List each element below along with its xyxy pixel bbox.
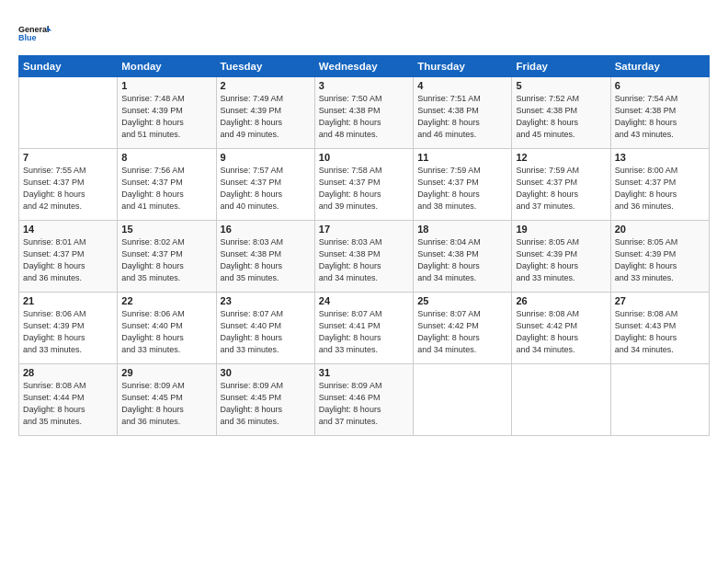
calendar-cell: 5Sunrise: 7:52 AMSunset: 4:38 PMDaylight… <box>512 77 610 149</box>
day-info: Sunrise: 7:51 AMSunset: 4:38 PMDaylight:… <box>417 93 507 141</box>
day-info: Sunrise: 8:07 AMSunset: 4:42 PMDaylight:… <box>417 308 507 356</box>
logo: General Blue <box>18 17 51 50</box>
day-info: Sunrise: 8:03 AMSunset: 4:38 PMDaylight:… <box>319 236 409 284</box>
day-info: Sunrise: 8:09 AMSunset: 4:46 PMDaylight:… <box>319 380 409 428</box>
day-info: Sunrise: 8:08 AMSunset: 4:42 PMDaylight:… <box>516 308 606 356</box>
day-number: 29 <box>121 367 211 378</box>
calendar-cell <box>512 364 610 436</box>
calendar-cell: 19Sunrise: 8:05 AMSunset: 4:39 PMDayligh… <box>512 221 610 293</box>
day-info: Sunrise: 8:05 AMSunset: 4:39 PMDaylight:… <box>615 236 705 284</box>
calendar-cell <box>19 77 118 149</box>
calendar-cell: 25Sunrise: 8:07 AMSunset: 4:42 PMDayligh… <box>414 293 512 364</box>
day-info: Sunrise: 8:05 AMSunset: 4:39 PMDaylight:… <box>516 236 606 284</box>
day-number: 21 <box>23 295 113 306</box>
calendar-cell: 4Sunrise: 7:51 AMSunset: 4:38 PMDaylight… <box>414 77 512 149</box>
calendar-cell: 21Sunrise: 8:06 AMSunset: 4:39 PMDayligh… <box>19 293 118 364</box>
day-info: Sunrise: 8:07 AMSunset: 4:40 PMDaylight:… <box>221 308 311 356</box>
day-number: 12 <box>516 152 606 163</box>
day-number: 13 <box>615 152 705 163</box>
day-header-monday: Monday <box>118 56 216 77</box>
day-info: Sunrise: 7:50 AMSunset: 4:38 PMDaylight:… <box>319 93 409 141</box>
day-number: 31 <box>319 367 409 378</box>
header: General Blue <box>18 17 710 50</box>
calendar-cell: 20Sunrise: 8:05 AMSunset: 4:39 PMDayligh… <box>610 221 709 293</box>
day-number: 7 <box>23 152 113 163</box>
calendar-cell: 15Sunrise: 8:02 AMSunset: 4:37 PMDayligh… <box>118 221 216 293</box>
day-info: Sunrise: 8:04 AMSunset: 4:38 PMDaylight:… <box>417 236 507 284</box>
day-number: 20 <box>615 224 705 235</box>
day-info: Sunrise: 7:56 AMSunset: 4:37 PMDaylight:… <box>121 165 211 213</box>
calendar-cell: 28Sunrise: 8:08 AMSunset: 4:44 PMDayligh… <box>19 364 118 436</box>
day-number: 11 <box>417 152 507 163</box>
calendar-cell: 12Sunrise: 7:59 AMSunset: 4:37 PMDayligh… <box>512 149 610 221</box>
day-info: Sunrise: 8:08 AMSunset: 4:43 PMDaylight:… <box>615 308 705 356</box>
day-info: Sunrise: 8:06 AMSunset: 4:39 PMDaylight:… <box>23 308 113 356</box>
day-number: 18 <box>417 224 507 235</box>
day-header-friday: Friday <box>512 56 610 77</box>
calendar-cell: 6Sunrise: 7:54 AMSunset: 4:38 PMDaylight… <box>610 77 709 149</box>
calendar-cell: 14Sunrise: 8:01 AMSunset: 4:37 PMDayligh… <box>19 221 118 293</box>
day-info: Sunrise: 8:07 AMSunset: 4:41 PMDaylight:… <box>319 308 409 356</box>
header-row: SundayMondayTuesdayWednesdayThursdayFrid… <box>19 56 710 77</box>
calendar-cell: 7Sunrise: 7:55 AMSunset: 4:37 PMDaylight… <box>19 149 118 221</box>
day-number: 23 <box>221 295 311 306</box>
day-number: 9 <box>221 152 311 163</box>
day-header-tuesday: Tuesday <box>216 56 314 77</box>
day-number: 16 <box>221 224 311 235</box>
day-info: Sunrise: 8:03 AMSunset: 4:38 PMDaylight:… <box>221 236 311 284</box>
day-number: 19 <box>516 224 606 235</box>
logo-svg: General Blue <box>18 17 51 50</box>
calendar-cell: 29Sunrise: 8:09 AMSunset: 4:45 PMDayligh… <box>118 364 216 436</box>
calendar-page: General Blue SundayMondayTuesdayWednesda… <box>0 0 728 563</box>
day-info: Sunrise: 7:59 AMSunset: 4:37 PMDaylight:… <box>516 165 606 213</box>
calendar-cell: 17Sunrise: 8:03 AMSunset: 4:38 PMDayligh… <box>314 221 413 293</box>
calendar-cell: 23Sunrise: 8:07 AMSunset: 4:40 PMDayligh… <box>216 293 314 364</box>
day-info: Sunrise: 7:49 AMSunset: 4:39 PMDaylight:… <box>221 93 311 141</box>
day-number: 17 <box>319 224 409 235</box>
day-number: 26 <box>516 295 606 306</box>
svg-text:Blue: Blue <box>18 33 37 42</box>
calendar-cell: 31Sunrise: 8:09 AMSunset: 4:46 PMDayligh… <box>314 364 413 436</box>
day-info: Sunrise: 7:57 AMSunset: 4:37 PMDaylight:… <box>221 165 311 213</box>
day-number: 28 <box>23 367 113 378</box>
day-number: 8 <box>121 152 211 163</box>
day-header-saturday: Saturday <box>610 56 709 77</box>
week-row-2: 7Sunrise: 7:55 AMSunset: 4:37 PMDaylight… <box>19 149 710 221</box>
day-number: 10 <box>319 152 409 163</box>
day-info: Sunrise: 7:48 AMSunset: 4:39 PMDaylight:… <box>121 93 211 141</box>
day-number: 3 <box>319 80 409 91</box>
week-row-1: 1Sunrise: 7:48 AMSunset: 4:39 PMDaylight… <box>19 77 710 149</box>
calendar-cell: 13Sunrise: 8:00 AMSunset: 4:37 PMDayligh… <box>610 149 709 221</box>
day-header-thursday: Thursday <box>414 56 512 77</box>
calendar-cell: 3Sunrise: 7:50 AMSunset: 4:38 PMDaylight… <box>314 77 413 149</box>
svg-text:General: General <box>18 25 50 34</box>
day-info: Sunrise: 8:06 AMSunset: 4:40 PMDaylight:… <box>121 308 211 356</box>
calendar-cell: 30Sunrise: 8:09 AMSunset: 4:45 PMDayligh… <box>216 364 314 436</box>
day-info: Sunrise: 8:09 AMSunset: 4:45 PMDaylight:… <box>121 380 211 428</box>
calendar-cell: 16Sunrise: 8:03 AMSunset: 4:38 PMDayligh… <box>216 221 314 293</box>
day-number: 2 <box>221 80 311 91</box>
calendar-cell: 24Sunrise: 8:07 AMSunset: 4:41 PMDayligh… <box>314 293 413 364</box>
day-info: Sunrise: 8:08 AMSunset: 4:44 PMDaylight:… <box>23 380 113 428</box>
calendar-cell: 11Sunrise: 7:59 AMSunset: 4:37 PMDayligh… <box>414 149 512 221</box>
day-info: Sunrise: 7:54 AMSunset: 4:38 PMDaylight:… <box>615 93 705 141</box>
day-info: Sunrise: 7:58 AMSunset: 4:37 PMDaylight:… <box>319 165 409 213</box>
week-row-3: 14Sunrise: 8:01 AMSunset: 4:37 PMDayligh… <box>19 221 710 293</box>
day-number: 27 <box>615 295 705 306</box>
calendar-cell: 22Sunrise: 8:06 AMSunset: 4:40 PMDayligh… <box>118 293 216 364</box>
day-number: 1 <box>121 80 211 91</box>
day-number: 14 <box>23 224 113 235</box>
calendar-cell: 9Sunrise: 7:57 AMSunset: 4:37 PMDaylight… <box>216 149 314 221</box>
day-number: 5 <box>516 80 606 91</box>
day-info: Sunrise: 8:09 AMSunset: 4:45 PMDaylight:… <box>221 380 311 428</box>
day-info: Sunrise: 8:01 AMSunset: 4:37 PMDaylight:… <box>23 236 113 284</box>
calendar-cell: 1Sunrise: 7:48 AMSunset: 4:39 PMDaylight… <box>118 77 216 149</box>
day-info: Sunrise: 7:55 AMSunset: 4:37 PMDaylight:… <box>23 165 113 213</box>
calendar-cell <box>414 364 512 436</box>
calendar-cell: 27Sunrise: 8:08 AMSunset: 4:43 PMDayligh… <box>610 293 709 364</box>
calendar-cell: 2Sunrise: 7:49 AMSunset: 4:39 PMDaylight… <box>216 77 314 149</box>
day-number: 24 <box>319 295 409 306</box>
calendar-cell <box>610 364 709 436</box>
day-header-wednesday: Wednesday <box>314 56 413 77</box>
calendar-cell: 10Sunrise: 7:58 AMSunset: 4:37 PMDayligh… <box>314 149 413 221</box>
